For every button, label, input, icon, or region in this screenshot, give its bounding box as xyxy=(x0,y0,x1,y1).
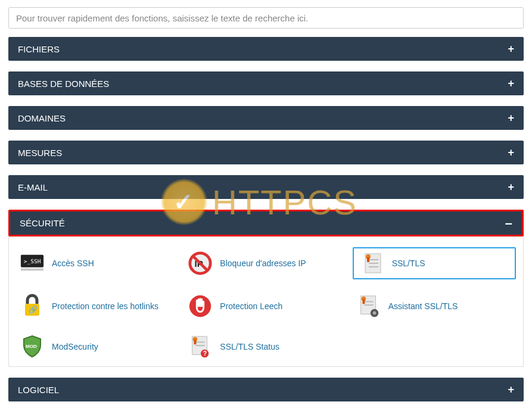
plus-icon: + xyxy=(508,384,514,395)
item-sslassist[interactable]: Assistant SSL/TLS xyxy=(353,292,516,320)
panel-securite[interactable]: SÉCURITÉ – xyxy=(8,210,524,236)
panel-logiciel[interactable]: LOGICIEL + xyxy=(8,378,524,401)
minus-icon: – xyxy=(505,220,512,226)
panel-title: LOGICIEL xyxy=(18,385,59,395)
certificate-icon xyxy=(360,252,385,275)
plus-icon: + xyxy=(508,182,514,192)
item-label: Assistant SSL/TLS xyxy=(388,301,458,311)
plus-icon: + xyxy=(508,113,514,123)
svg-point-21 xyxy=(372,312,376,315)
panel-title: SÉCURITÉ xyxy=(20,218,65,228)
stop-hand-icon xyxy=(188,295,213,317)
plus-icon: + xyxy=(508,147,514,158)
cpanel-page: FICHIERS + BASES DE DONNÉES + DOMAINES +… xyxy=(0,0,532,411)
ssh-icon: >_SSH xyxy=(20,252,45,275)
plus-icon: + xyxy=(508,78,514,89)
panel-title: BASES DE DONNÉES xyxy=(18,79,109,89)
panel-title: FICHIERS xyxy=(18,44,60,54)
item-ipblock[interactable]: IP Bloqueur d'adresses IP xyxy=(184,247,347,279)
svg-text:🔗: 🔗 xyxy=(29,305,38,314)
hotlink-icon: 🔗 xyxy=(20,295,45,317)
item-label: SSL/TLS Status xyxy=(220,342,279,351)
plus-icon: + xyxy=(508,43,514,54)
item-leech[interactable]: Protection Leech xyxy=(184,292,347,320)
panel-email[interactable]: E-MAIL + xyxy=(8,175,524,199)
panel-fichiers[interactable]: FICHIERS + xyxy=(8,37,524,61)
panel-mesures[interactable]: MESURES + xyxy=(8,141,524,164)
securite-body: >_SSH Accès SSH IP Bloqueur d'adresses I… xyxy=(8,236,524,367)
panel-title: MESURES xyxy=(18,148,62,158)
certificate-gear-icon xyxy=(356,295,381,317)
svg-text:>_SSH: >_SSH xyxy=(24,258,41,264)
item-modsec[interactable]: MOD ModSecurity xyxy=(16,333,179,360)
search-input[interactable] xyxy=(8,7,524,29)
svg-text:?: ? xyxy=(203,350,207,357)
certificate-question-icon: ? xyxy=(188,335,213,358)
item-sslstatus[interactable]: ? SSL/TLS Status xyxy=(184,333,347,360)
item-label: Accès SSH xyxy=(52,259,94,268)
panel-bdd[interactable]: BASES DE DONNÉES + xyxy=(8,71,524,95)
item-label: Bloqueur d'adresses IP xyxy=(220,259,306,268)
item-ssltls[interactable]: SSL/TLS xyxy=(353,247,516,279)
item-label: SSL/TLS xyxy=(392,259,425,268)
svg-rect-19 xyxy=(362,300,365,304)
ip-block-icon: IP xyxy=(188,252,213,275)
svg-rect-11 xyxy=(367,257,369,262)
item-ssh[interactable]: >_SSH Accès SSH xyxy=(16,247,179,279)
item-label: Protection contre les hotlinks xyxy=(52,301,158,311)
panel-domaines[interactable]: DOMAINES + xyxy=(8,106,524,130)
svg-rect-2 xyxy=(21,269,43,271)
svg-rect-27 xyxy=(194,340,197,345)
item-hotlink[interactable]: 🔗 Protection contre les hotlinks xyxy=(16,292,179,320)
item-label: Protection Leech xyxy=(220,301,282,311)
svg-text:MOD: MOD xyxy=(26,344,37,349)
panel-title: E-MAIL xyxy=(18,182,48,192)
shield-icon: MOD xyxy=(20,335,45,358)
item-label: ModSecurity xyxy=(52,342,98,351)
panel-title: DOMAINES xyxy=(18,113,66,123)
